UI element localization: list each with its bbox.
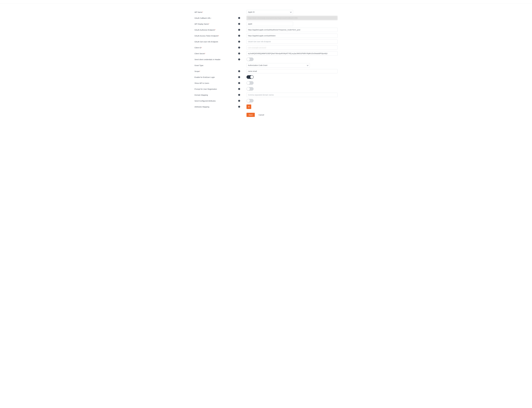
row-idp-name: IdP Name* i Apple ID: [195, 10, 337, 14]
scope-input[interactable]: [246, 69, 337, 73]
grant-type-select[interactable]: Authorization Code Grant: [246, 63, 310, 68]
info-icon[interactable]: i: [238, 70, 240, 72]
label-prompt-reg: Prompt for User Registration: [195, 88, 238, 90]
cancel-button[interactable]: Cancel: [258, 113, 265, 117]
required-marker: *: [201, 47, 202, 49]
info-icon[interactable]: i: [238, 106, 240, 108]
send-attrs-toggle[interactable]: [246, 99, 254, 102]
required-marker: *: [218, 35, 219, 37]
idp-name-select[interactable]: Apple ID: [246, 10, 293, 14]
info-icon[interactable]: i: [238, 100, 240, 102]
add-attribute-button[interactable]: [246, 104, 251, 109]
row-callback-url: OAuth Callback URL : i https://auth.mini…: [195, 16, 337, 20]
label-grant-type: Grant Type:: [195, 64, 238, 66]
save-button[interactable]: Save: [246, 113, 255, 117]
label-enduser-login: Enable for EndUser Login: [195, 76, 238, 78]
row-enduser-login: Enable for EndUser Login i: [195, 75, 337, 79]
info-icon[interactable]: i: [238, 29, 240, 31]
creds-header-toggle[interactable]: [246, 58, 254, 61]
display-name-input[interactable]: [246, 22, 293, 26]
domain-mapping-input[interactable]: [246, 93, 337, 97]
info-icon[interactable]: i: [238, 88, 240, 90]
client-id-input[interactable]: [246, 45, 337, 50]
info-icon[interactable]: i: [238, 17, 240, 19]
info-icon[interactable]: i: [238, 76, 240, 78]
row-token-endpoint: OAuth Access Token Endpoint* i: [195, 34, 337, 38]
row-attrs-mapping: Attributes Mapping i: [195, 104, 337, 109]
label-authorize-endpoint: OAuth Authorize Endpoint*: [195, 29, 238, 31]
info-icon[interactable]: i: [238, 47, 240, 49]
label-attrs-mapping: Attributes Mapping: [195, 106, 238, 108]
authorize-endpoint-input[interactable]: [246, 28, 337, 32]
show-idp-toggle[interactable]: [246, 81, 254, 85]
callback-url-readonly: https://auth.miniorange.example/broker/l…: [246, 16, 337, 20]
label-creds-header: Send client credentials in Header: [195, 59, 238, 60]
label-scope: Scope*: [195, 70, 238, 72]
row-scope: Scope* i: [195, 69, 337, 74]
label-domain-mapping: Domain Mapping: [195, 94, 238, 96]
required-marker: *: [200, 70, 200, 72]
label-idp-name: IdP Name*: [195, 11, 238, 13]
row-authorize-endpoint: OAuth Authorize Endpoint* i: [195, 28, 337, 32]
info-icon[interactable]: i: [238, 82, 240, 84]
row-prompt-reg: Prompt for User Registration i: [195, 87, 337, 91]
info-icon[interactable]: i: [238, 94, 240, 96]
required-marker: *: [209, 23, 209, 25]
row-send-attrs: Send Configured Attributes i: [195, 99, 337, 103]
row-domain-mapping: Domain Mapping i: [195, 93, 337, 97]
row-client-secret: Client Secret* i: [195, 51, 337, 56]
row-grant-type: Grant Type: i Authorization Code Grant: [195, 63, 337, 68]
row-display-name: IdP Display Name* i: [195, 22, 337, 26]
userinfo-endpoint-input[interactable]: [246, 40, 337, 44]
label-callback-url: OAuth Callback URL :: [195, 17, 238, 19]
form-actions: Save Cancel: [195, 113, 337, 117]
required-marker: *: [205, 52, 205, 55]
enduser-login-toggle[interactable]: [246, 75, 254, 79]
label-display-name: IdP Display Name*: [195, 23, 238, 25]
info-icon[interactable]: i: [238, 35, 240, 37]
idp-config-form: IdP Name* i Apple ID OAuth Callback URL …: [193, 3, 339, 122]
token-endpoint-input[interactable]: [246, 34, 337, 38]
label-show-idp: Show IdP to Users: [195, 82, 238, 84]
row-creds-header: Send client credentials in Header i: [195, 57, 337, 62]
info-icon[interactable]: i: [238, 41, 240, 42]
label-token-endpoint: OAuth Access Token Endpoint*: [195, 35, 238, 37]
required-marker: *: [202, 11, 203, 13]
required-marker: *: [215, 29, 216, 31]
row-show-idp: Show IdP to Users i: [195, 81, 337, 85]
label-send-attrs: Send Configured Attributes: [195, 100, 238, 102]
label-client-id: Client ID*: [195, 47, 238, 49]
info-icon[interactable]: i: [238, 23, 240, 25]
prompt-reg-toggle[interactable]: [246, 87, 254, 91]
label-client-secret: Client Secret*: [195, 52, 238, 55]
client-secret-input[interactable]: [246, 51, 337, 56]
info-icon[interactable]: i: [238, 59, 240, 60]
row-userinfo-endpoint: OAuth Get User Info Endpoint i: [195, 39, 337, 44]
plus-icon: [248, 106, 250, 108]
row-client-id: Client ID* i com.example.serviceid: [195, 45, 337, 50]
info-icon[interactable]: i: [238, 52, 240, 54]
label-userinfo-endpoint: OAuth Get User Info Endpoint: [195, 41, 238, 43]
